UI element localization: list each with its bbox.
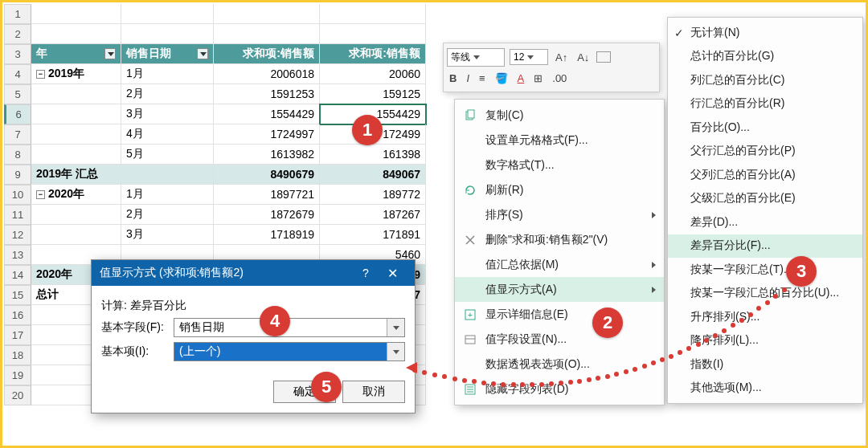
context-menu-item[interactable]: 删除"求和项:销售额2"(V) <box>455 227 664 252</box>
context-menu-item[interactable]: 数据透视表选项(O)... <box>455 352 664 377</box>
subtotal-label[interactable]: 2019年 汇总 <box>31 165 214 185</box>
bold-button[interactable]: B <box>447 71 459 85</box>
cell-year[interactable] <box>31 205 121 225</box>
submenu-item[interactable]: 行汇总的百分比(R) <box>668 92 862 116</box>
collapse-icon[interactable]: − <box>36 190 45 199</box>
cell-month[interactable]: 1月 <box>121 64 214 84</box>
cell-year[interactable] <box>31 124 121 145</box>
decimals-button[interactable]: .00 <box>550 71 569 85</box>
cell-year[interactable] <box>31 225 121 245</box>
cell[interactable] <box>320 24 426 44</box>
row-header[interactable]: 5 <box>4 84 31 104</box>
submenu-item[interactable]: 按某一字段汇总(T)... <box>668 258 862 282</box>
cell-value[interactable]: 1613982 <box>214 145 320 165</box>
cell-year[interactable] <box>31 145 121 165</box>
cell-value2[interactable]: 187267 <box>320 205 426 225</box>
column-header[interactable]: 销售日期 <box>121 44 214 64</box>
cell-value[interactable]: 2006018 <box>214 64 320 84</box>
submenu-item[interactable]: 升序排列(S)... <box>668 305 862 329</box>
submenu-item[interactable]: 差异百分比(F)... <box>668 234 862 259</box>
cell-month[interactable]: 5月 <box>121 145 214 165</box>
cell-value2[interactable]: 171891 <box>320 225 426 245</box>
row-header[interactable]: 14 <box>4 265 31 285</box>
context-menu-item[interactable]: +显示详细信息(E) <box>455 302 664 327</box>
row-header[interactable]: 6 <box>4 104 31 124</box>
cell-value[interactable]: 1718919 <box>214 225 320 245</box>
row-header[interactable]: 9 <box>4 165 31 185</box>
font-select[interactable]: 等线 <box>447 48 505 67</box>
decrease-font-icon[interactable]: A↓ <box>575 51 592 64</box>
row-header[interactable]: 3 <box>4 44 31 64</box>
submenu-item[interactable]: ✓无计算(N) <box>668 21 862 45</box>
subtotal-value2[interactable]: 849067 <box>320 165 426 185</box>
column-header[interactable]: 年 <box>31 44 121 64</box>
subtotal-value[interactable]: 8490679 <box>214 165 320 185</box>
submenu-item[interactable]: 指数(I) <box>668 352 862 377</box>
cell[interactable] <box>121 4 214 24</box>
cell-month[interactable]: 3月 <box>121 225 214 245</box>
row-header[interactable]: 2 <box>4 24 31 44</box>
cell-year[interactable]: −2019年 <box>31 64 121 84</box>
cell-year[interactable]: −2020年 <box>31 185 121 205</box>
cell-year[interactable] <box>31 84 121 104</box>
filter-dropdown-icon[interactable] <box>104 48 116 59</box>
submenu-item[interactable]: 父级汇总的百分比(E) <box>668 187 862 211</box>
size-select[interactable]: 12 <box>510 49 548 65</box>
submenu-item[interactable]: 父列汇总的百分比(A) <box>668 163 862 187</box>
row-header[interactable]: 4 <box>4 64 31 84</box>
filter-dropdown-icon[interactable] <box>197 48 208 59</box>
row-header[interactable]: 10 <box>4 185 31 205</box>
row-header[interactable]: 13 <box>4 245 31 265</box>
cell-month[interactable]: 4月 <box>121 124 214 145</box>
submenu-item[interactable]: 其他选项(M)... <box>668 377 862 401</box>
row-header[interactable]: 18 <box>4 345 31 365</box>
cell-month[interactable]: 3月 <box>121 104 214 124</box>
row-header[interactable]: 11 <box>4 205 31 225</box>
cell-value[interactable]: 1554429 <box>214 104 320 124</box>
context-menu-item[interactable]: 刷新(R) <box>455 177 664 202</box>
cell-value2[interactable]: 161398 <box>320 145 426 165</box>
context-menu-item[interactable]: 排序(S) <box>455 202 664 227</box>
context-menu-item[interactable]: 值汇总依据(M) <box>455 252 664 277</box>
cell-value[interactable]: 1724997 <box>214 124 320 145</box>
cell-value[interactable]: 1591253 <box>214 84 320 104</box>
help-button[interactable]: ? <box>354 267 378 279</box>
italic-button[interactable]: I <box>464 71 472 85</box>
row-header[interactable]: 17 <box>4 325 31 345</box>
font-color-button[interactable]: A <box>515 71 527 85</box>
row-header[interactable]: 1 <box>4 4 31 24</box>
cell-value2[interactable]: 20060 <box>320 64 426 84</box>
row-header[interactable]: 7 <box>4 124 31 145</box>
cell[interactable] <box>31 4 121 24</box>
submenu-item[interactable]: 父行汇总的百分比(P) <box>668 140 862 164</box>
cell-month[interactable]: 2月 <box>121 84 214 104</box>
row-header[interactable]: 15 <box>4 285 31 305</box>
context-menu-item[interactable]: 复制(C) <box>455 103 664 128</box>
cell-value2[interactable]: 159125 <box>320 84 426 104</box>
context-menu-item[interactable]: 值显示方式(A) <box>455 277 664 302</box>
collapse-icon[interactable]: − <box>36 70 45 79</box>
row-header[interactable]: 19 <box>4 365 31 385</box>
format-painter-icon[interactable] <box>596 51 611 63</box>
submenu-item[interactable]: 差异(D)... <box>668 210 862 234</box>
base-item-select[interactable]: (上一个) <box>174 342 405 361</box>
cell-month[interactable]: 1月 <box>121 185 214 205</box>
cell[interactable] <box>214 4 320 24</box>
column-header[interactable]: 求和项:销售额 <box>320 44 426 64</box>
submenu-item[interactable]: 列汇总的百分比(C) <box>668 68 862 92</box>
cancel-button[interactable]: 取消 <box>342 381 405 403</box>
cell[interactable] <box>320 4 426 24</box>
row-header[interactable]: 8 <box>4 145 31 165</box>
cell[interactable] <box>121 24 214 44</box>
cell[interactable] <box>214 24 320 44</box>
cell[interactable] <box>31 24 121 44</box>
cell-value[interactable]: 1897721 <box>214 185 320 205</box>
fill-color-button[interactable]: 🪣 <box>493 71 510 85</box>
cell-value[interactable]: 1872679 <box>214 205 320 225</box>
context-menu-item[interactable]: 值字段设置(N)... <box>455 327 664 352</box>
cell-month[interactable]: 2月 <box>121 205 214 225</box>
close-button[interactable]: ✕ <box>378 266 407 281</box>
cell-value2[interactable]: 189772 <box>320 185 426 205</box>
cell-year[interactable] <box>31 104 121 124</box>
increase-font-icon[interactable]: A↑ <box>553 51 570 64</box>
